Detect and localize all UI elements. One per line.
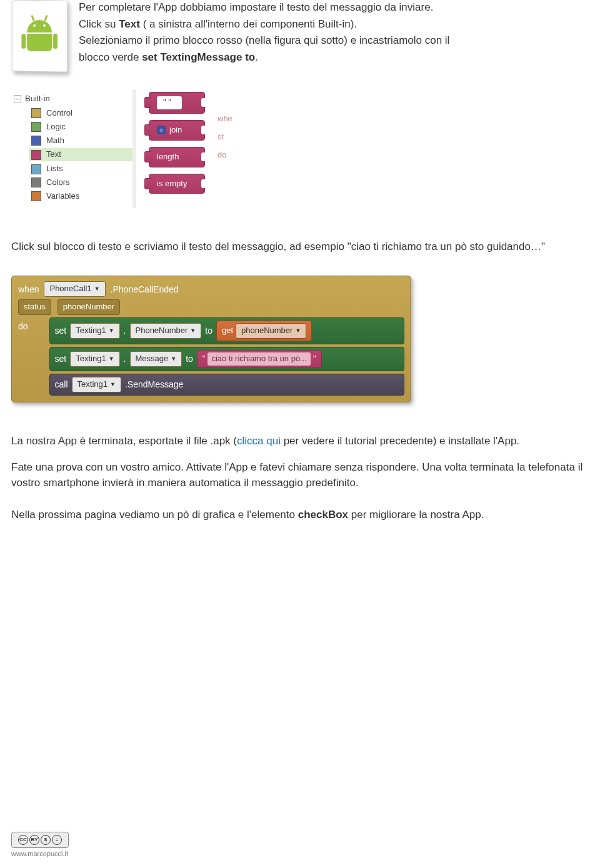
get-phonenumber-block[interactable]: get phoneNumber▼ [216, 321, 312, 341]
block-text-literal[interactable]: " " [149, 92, 205, 114]
set-phonenumber-row[interactable]: set Texting1▼ . PhoneNumber▼ to get phon… [49, 317, 404, 344]
builtins-header[interactable]: − Built-in [14, 93, 132, 105]
to-label-1: to [205, 324, 212, 337]
para5-c: per migliorare la nostra App. [348, 509, 484, 521]
call-label: call [55, 378, 68, 391]
builtins-item-label: Colors [46, 177, 70, 189]
intro-line-2c: ( a sinistra all'interno dei componenti … [140, 18, 357, 30]
intro-line-2a: Click su [79, 18, 119, 30]
swatch-icon [31, 177, 41, 187]
paragraph-3: La nostra App è terminata, esportate il … [11, 434, 589, 449]
gear-icon[interactable]: ☼ [157, 126, 166, 134]
to-label-2: to [186, 352, 193, 365]
cc-icon: CC [18, 835, 28, 845]
prop-phonenumber-dd[interactable]: PhoneNumber▼ [130, 323, 202, 339]
cc-license-badge: CC BY $ = [11, 832, 69, 848]
android-icon-card [12, 0, 68, 72]
sendmessage-label: .SendMessage [125, 378, 183, 391]
faint-st: st [218, 131, 232, 143]
block-length[interactable]: length [149, 147, 205, 167]
texting-dd-2[interactable]: Texting1▼ [70, 351, 119, 367]
phonecall-dropdown[interactable]: PhoneCall1▼ [44, 281, 105, 297]
builtins-item-label: Variables [46, 191, 79, 202]
builtins-item-label: Lists [46, 163, 63, 175]
android-icon [25, 19, 54, 52]
event-block-figure: when PhoneCall1▼ .PhoneCallEnded status … [11, 276, 411, 402]
builtins-item-label: Logic [46, 121, 66, 133]
intro-text: Per completare l'App dobbiamo impostare … [79, 0, 449, 72]
para3-a: La nostra App è terminata, esportate il … [11, 435, 237, 447]
faint-when: whe [218, 113, 232, 125]
footer-site: www.marcopucci.it [11, 849, 69, 859]
clicca-qui-link[interactable]: clicca qui [237, 435, 281, 447]
call-sendmessage-row[interactable]: call Texting1▼ .SendMessage [49, 374, 404, 396]
swatch-icon [31, 136, 41, 146]
set-message-row[interactable]: set Texting1▼ . Message▼ to "ciao ti ric… [49, 347, 404, 371]
collapse-icon[interactable]: − [14, 95, 21, 102]
faint-do: do [218, 149, 232, 161]
intro-line-1: Per completare l'App dobbiamo impostare … [79, 1, 433, 13]
swatch-icon [31, 150, 41, 160]
dot-2: . [124, 352, 126, 365]
dot-1: . [124, 324, 126, 337]
builtins-item-logic[interactable]: Logic [31, 121, 132, 133]
para5-a: Nella prossima pagina vediamo un pò di g… [11, 509, 298, 521]
set-label-2: set [55, 352, 67, 365]
paragraph-2: Click sul blocco di testo e scriviamo il… [11, 239, 589, 255]
text-blocks-column: " " ☼ join length is empty [149, 89, 205, 208]
swatch-icon [31, 122, 41, 132]
builtins-item-label: Math [46, 135, 64, 147]
builtins-item-math[interactable]: Math [31, 135, 132, 147]
builtins-item-lists[interactable]: Lists [31, 163, 132, 175]
builtins-panel: − Built-in ControlLogicMathTextListsColo… [11, 89, 136, 208]
by-icon: BY [29, 835, 39, 845]
chevron-down-icon: ▼ [94, 285, 100, 293]
swatch-icon [31, 164, 41, 174]
message-text-field[interactable]: ciao ti richiamo tra un pò... [208, 352, 310, 366]
builtins-header-label: Built-in [25, 93, 50, 105]
builtins-item-control[interactable]: Control [31, 107, 132, 119]
event-name: .PhoneCallEnded [111, 283, 179, 296]
checkbox-bold: checkBox [298, 509, 348, 521]
text-literal-field[interactable]: " " [157, 96, 182, 109]
when-phonecall-block[interactable]: when PhoneCall1▼ .PhoneCallEnded status … [11, 276, 411, 402]
block-is-empty[interactable]: is empty [149, 174, 205, 194]
texting-dd-1[interactable]: Texting1▼ [70, 323, 119, 339]
prop-message-dd[interactable]: Message▼ [130, 351, 182, 367]
intro-text-bold: Text [119, 18, 140, 30]
paragraph-5: Nella prossima pagina vediamo un pò di g… [11, 507, 589, 523]
intro-line-4c: . [255, 51, 258, 63]
intro-line-4a: blocco verde [79, 51, 142, 63]
nd-icon: = [52, 835, 62, 845]
set-label-1: set [55, 324, 67, 337]
builtins-item-label: Control [46, 107, 72, 119]
texting-dd-3[interactable]: Texting1▼ [72, 377, 121, 392]
intro-set-bold: set TextingMessage to [142, 51, 255, 63]
builtins-item-variables[interactable]: Variables [31, 191, 132, 202]
get-var-dd[interactable]: phoneNumber▼ [236, 323, 306, 339]
block-join[interactable]: ☼ join [149, 120, 205, 141]
faint-hint-column: whe st do [218, 89, 232, 208]
swatch-icon [31, 108, 41, 118]
phonenumber-param[interactable]: phoneNumber [58, 299, 120, 315]
when-label: when [18, 283, 39, 296]
block-isempty-label: is empty [157, 179, 187, 188]
do-label: do [18, 320, 28, 393]
swatch-icon [31, 191, 41, 201]
block-length-label: length [157, 152, 179, 161]
status-param[interactable]: status [18, 299, 51, 315]
page-footer: CC BY $ = www.marcopucci.it [11, 832, 69, 859]
builtins-item-colors[interactable]: Colors [31, 177, 132, 189]
para3-b: per vedere il tutorial precedente) e ins… [281, 435, 519, 447]
builtins-item-text[interactable]: Text [29, 148, 132, 161]
nc-icon: $ [41, 835, 51, 845]
intro-line-3: Selezioniamo il primo blocco rosso (nell… [79, 34, 449, 46]
block-join-label: join [169, 124, 182, 136]
paragraph-4: Fate una prova con un vostro amico. Atti… [11, 460, 589, 491]
builtins-item-label: Text [46, 149, 61, 161]
builtins-figure: − Built-in ControlLogicMathTextListsColo… [11, 89, 589, 208]
message-text-block[interactable]: "ciao ti richiamo tra un pò..." [197, 350, 322, 368]
